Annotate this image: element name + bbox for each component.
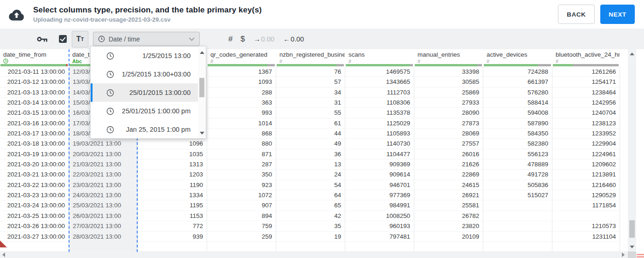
table-cell: 1343665	[345, 77, 414, 87]
table-cell: 19/03/2021 13:00	[69, 139, 138, 149]
csv-upload-wizard: Select columns type, precision, and the …	[0, 0, 644, 258]
column-header-qr_codes_generated[interactable]: qr_codes_generated#	[207, 49, 276, 67]
date-format-option[interactable]: 1/25/2015 13:00+03:00	[91, 65, 198, 83]
column-quality-bar	[208, 64, 275, 66]
table-cell: 35	[276, 221, 345, 231]
date-format-option-label: 1/25/2015 13:00+03:00	[114, 70, 198, 78]
table-cell: 2021-03-15 13:00:00	[0, 108, 69, 118]
table-row: 2021-03-21 13:00:0022/03/2021 13:0012033…	[0, 170, 628, 180]
next-button[interactable]: NEXT	[600, 5, 635, 24]
table-cell: 2021-03-18 13:00:00	[0, 139, 69, 149]
table-cell: 22869	[414, 170, 483, 180]
table-cell: 894	[207, 211, 276, 221]
table-cell: 27873	[414, 118, 483, 129]
table-cell: 2021-03-17 13:00:00	[0, 129, 69, 139]
table-cell: 21/03/2021 13:00	[69, 159, 138, 170]
table-cell: 587890	[483, 118, 552, 129]
page-title: Select columns type, precision, and the …	[33, 6, 262, 15]
table-cell: 759	[207, 221, 276, 231]
column-name: nzbn_registered_busine	[279, 51, 342, 58]
table-cell: 588414	[483, 98, 552, 108]
table-cell: 350	[207, 170, 276, 180]
table-cell: 2021-03-20 13:00:00	[0, 159, 69, 170]
date-format-option[interactable]: 1/25/2015 13:00	[91, 47, 198, 65]
column-header-date_time_from[interactable]: date_time_from	[0, 49, 69, 67]
table-cell: 1213891	[552, 170, 620, 180]
scroll-up-icon[interactable]	[630, 53, 634, 55]
table-row: 2021-03-22 13:00:0023/03/2021 13:0011909…	[0, 180, 628, 190]
date-format-option[interactable]: Jan 25, 2015 1:00 pm	[91, 120, 198, 139]
titles: Select columns type, precision, and the …	[33, 6, 262, 23]
scroll-up-icon[interactable]	[200, 51, 204, 54]
table-cell: 259	[207, 232, 276, 242]
table-cell: 64	[276, 190, 345, 200]
clock-icon	[3, 59, 8, 64]
scroll-down-icon[interactable]	[630, 246, 634, 248]
table-cell: 2021-03-24 13:00:00	[0, 200, 69, 211]
table-row: 2021-03-19 13:00:0020/03/2021 13:0010358…	[0, 149, 628, 159]
column-header-active_devices[interactable]: active_devices#	[483, 49, 552, 67]
table-cell: 2021-03-12 13:00:00	[0, 77, 69, 87]
date-format-option-label: 25/01/2015 13:00:00	[114, 89, 198, 96]
table-cell	[276, 242, 345, 252]
table-cell: 34	[276, 88, 345, 98]
table-cell: 27557	[414, 139, 483, 149]
column-header-bluetooth_active_24_hr_[interactable]: bluetooth_active_24_hr_#	[552, 49, 620, 67]
table-cell: 26782	[414, 211, 483, 221]
table-cell: 19	[276, 232, 345, 242]
table-cell: 1104477	[345, 149, 414, 159]
text-type-button[interactable]: TT	[72, 31, 88, 47]
scroll-right-icon[interactable]	[622, 252, 625, 257]
primary-key-icon[interactable]	[37, 35, 48, 43]
table-cell: 478889	[483, 159, 552, 170]
date-format-option[interactable]: 25/01/2015 1:00:00 pm	[91, 102, 198, 120]
table-cell: 33398	[414, 67, 483, 77]
column-header-manual_entries[interactable]: manual_entries#	[414, 49, 483, 67]
increase-decimal-button[interactable]: → 0.00	[254, 35, 274, 43]
table-cell: 1093	[207, 77, 276, 87]
column-quality-bar	[484, 64, 551, 66]
currency-type-button[interactable]: $	[240, 35, 244, 44]
number-type-button[interactable]: #	[228, 35, 232, 44]
table-cell: 2021-03-22 13:00:00	[0, 180, 69, 190]
column-name: qr_codes_generated	[210, 51, 273, 58]
column-quality-bar	[415, 64, 482, 66]
table-row: 2021-03-25 13:00:0026/03/2021 13:0011538…	[0, 211, 628, 221]
date-format-option[interactable]: 25/01/2015 13:00:00	[91, 83, 198, 102]
table-cell: 36	[276, 149, 345, 159]
dropdown-scrollbar[interactable]	[198, 47, 206, 138]
clock-icon	[106, 89, 114, 97]
table-cell: 1238464	[552, 88, 620, 98]
table-cell: 363	[207, 98, 276, 108]
resize-grip[interactable]	[637, 254, 644, 258]
table-row: 2021-03-26 13:00:0027/03/2021 13:0077275…	[0, 221, 628, 231]
table-cell: 61	[276, 118, 345, 129]
table-cell: 22/03/2021 13:00	[69, 170, 138, 180]
table-cell	[69, 242, 138, 252]
scroll-down-icon[interactable]	[200, 132, 204, 135]
table-cell: 797481	[345, 232, 414, 242]
table-cell: 1072	[207, 190, 276, 200]
vertical-scrollbar[interactable]	[628, 49, 636, 252]
table-cell: 724288	[483, 67, 552, 77]
include-column-checkbox[interactable]	[59, 35, 67, 43]
vertical-scroll-thumb[interactable]	[629, 220, 635, 238]
table-cell: 2021-03-11 13:00:00	[0, 67, 69, 77]
horizontal-scrollbar[interactable]	[0, 252, 628, 258]
back-button[interactable]: BACK	[558, 5, 595, 24]
column-type-select[interactable]: Date / time	[93, 32, 200, 46]
column-quality-bar	[0, 64, 68, 66]
scroll-left-icon[interactable]	[2, 252, 5, 257]
table-cell: 939	[138, 232, 207, 242]
table-cell: 1171854	[552, 200, 620, 211]
date-format-option-label: 25/01/2015 1:00:00 pm	[114, 107, 198, 115]
table-cell: 1108306	[345, 98, 414, 108]
decrease-decimal-button[interactable]: ← 0.00	[283, 35, 304, 43]
table-cell: 661397	[483, 77, 552, 87]
dropdown-scroll-thumb[interactable]	[199, 78, 204, 97]
table-cell: 1313	[138, 159, 207, 170]
column-header-nzbn_registered_busine[interactable]: nzbn_registered_busine#	[276, 49, 345, 67]
table-cell	[552, 211, 620, 221]
column-header-scans[interactable]: scans#	[345, 49, 414, 67]
date-format-option-label: 1/25/2015 13:00	[114, 52, 198, 59]
